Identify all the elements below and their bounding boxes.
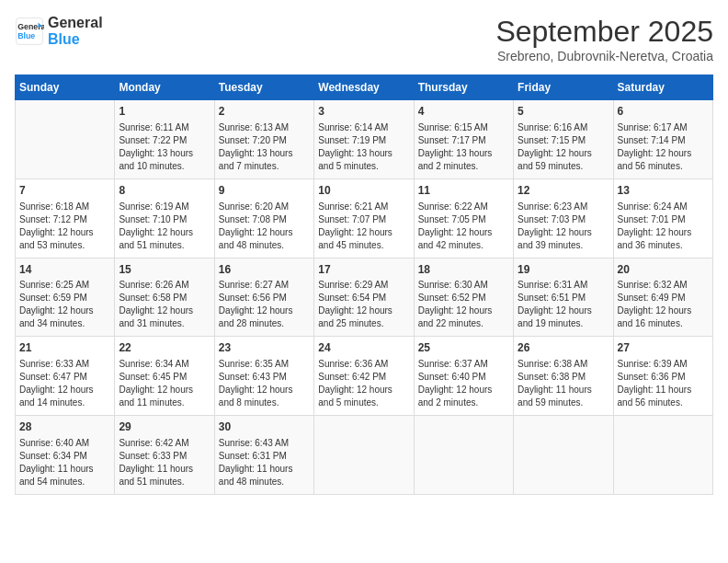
month-title: September 2025	[495, 15, 713, 49]
day-info: Sunrise: 6:20 AM Sunset: 7:08 PM Dayligh…	[219, 201, 310, 252]
day-info: Sunrise: 6:38 AM Sunset: 6:38 PM Dayligh…	[518, 358, 609, 409]
calendar-cell	[613, 416, 712, 495]
day-number: 19	[518, 262, 609, 278]
day-number: 29	[119, 419, 210, 435]
calendar-cell	[16, 100, 115, 179]
day-number: 30	[219, 419, 310, 435]
calendar-cell: 10Sunrise: 6:21 AM Sunset: 7:07 PM Dayli…	[314, 178, 414, 258]
day-number: 22	[119, 340, 210, 356]
day-number: 23	[219, 340, 310, 356]
calendar-cell	[314, 416, 414, 495]
day-number: 15	[119, 262, 210, 278]
day-number: 7	[19, 183, 110, 199]
calendar-cell: 3Sunrise: 6:14 AM Sunset: 7:19 PM Daylig…	[314, 100, 414, 179]
calendar-cell	[414, 416, 513, 495]
day-number: 21	[19, 340, 110, 356]
day-number: 9	[219, 183, 310, 199]
calendar-cell: 5Sunrise: 6:16 AM Sunset: 7:15 PM Daylig…	[514, 100, 613, 179]
day-number: 8	[119, 183, 210, 199]
day-number: 28	[19, 419, 110, 435]
week-row-3: 21Sunrise: 6:33 AM Sunset: 6:47 PM Dayli…	[16, 337, 713, 416]
calendar-cell: 18Sunrise: 6:30 AM Sunset: 6:52 PM Dayli…	[414, 258, 513, 337]
week-row-1: 7Sunrise: 6:18 AM Sunset: 7:12 PM Daylig…	[16, 178, 713, 258]
day-number: 24	[318, 340, 409, 356]
day-number: 12	[518, 183, 609, 199]
day-info: Sunrise: 6:11 AM Sunset: 7:22 PM Dayligh…	[119, 121, 210, 173]
day-info: Sunrise: 6:15 AM Sunset: 7:17 PM Dayligh…	[418, 121, 509, 173]
week-row-4: 28Sunrise: 6:40 AM Sunset: 6:34 PM Dayli…	[16, 416, 713, 495]
calendar-cell: 24Sunrise: 6:36 AM Sunset: 6:42 PM Dayli…	[314, 337, 414, 416]
calendar-cell: 30Sunrise: 6:43 AM Sunset: 6:31 PM Dayli…	[214, 416, 313, 495]
day-info: Sunrise: 6:22 AM Sunset: 7:05 PM Dayligh…	[418, 201, 509, 252]
calendar-cell: 17Sunrise: 6:29 AM Sunset: 6:54 PM Dayli…	[314, 258, 414, 337]
logo: General Blue General Blue	[15, 15, 103, 47]
day-number: 20	[618, 262, 709, 278]
calendar-cell: 26Sunrise: 6:38 AM Sunset: 6:38 PM Dayli…	[514, 337, 613, 416]
day-info: Sunrise: 6:30 AM Sunset: 6:52 PM Dayligh…	[418, 279, 509, 330]
day-number: 25	[418, 340, 509, 356]
calendar-cell: 1Sunrise: 6:11 AM Sunset: 7:22 PM Daylig…	[115, 100, 214, 179]
day-info: Sunrise: 6:24 AM Sunset: 7:01 PM Dayligh…	[618, 201, 709, 252]
day-number: 26	[518, 340, 609, 356]
day-info: Sunrise: 6:36 AM Sunset: 6:42 PM Dayligh…	[318, 358, 409, 409]
calendar-cell: 25Sunrise: 6:37 AM Sunset: 6:40 PM Dayli…	[414, 337, 513, 416]
day-number: 4	[418, 104, 509, 120]
day-number: 1	[119, 104, 210, 120]
week-row-0: 1Sunrise: 6:11 AM Sunset: 7:22 PM Daylig…	[16, 100, 713, 179]
day-info: Sunrise: 6:19 AM Sunset: 7:10 PM Dayligh…	[119, 201, 210, 252]
day-number: 2	[219, 104, 310, 120]
calendar-cell: 7Sunrise: 6:18 AM Sunset: 7:12 PM Daylig…	[16, 178, 115, 258]
location: Srebreno, Dubrovnik-Neretva, Croatia	[495, 49, 713, 63]
day-info: Sunrise: 6:39 AM Sunset: 6:36 PM Dayligh…	[618, 358, 709, 409]
calendar-table: SundayMondayTuesdayWednesdayThursdayFrid…	[15, 75, 713, 495]
day-info: Sunrise: 6:33 AM Sunset: 6:47 PM Dayligh…	[19, 358, 110, 409]
calendar-cell: 22Sunrise: 6:34 AM Sunset: 6:45 PM Dayli…	[115, 337, 214, 416]
day-info: Sunrise: 6:32 AM Sunset: 6:49 PM Dayligh…	[618, 279, 709, 330]
calendar-cell: 12Sunrise: 6:23 AM Sunset: 7:03 PM Dayli…	[514, 178, 613, 258]
svg-text:General: General	[17, 22, 44, 31]
day-info: Sunrise: 6:42 AM Sunset: 6:33 PM Dayligh…	[119, 437, 210, 488]
header-wednesday: Wednesday	[314, 75, 414, 100]
day-number: 27	[618, 340, 709, 356]
calendar-cell: 4Sunrise: 6:15 AM Sunset: 7:17 PM Daylig…	[414, 100, 513, 179]
day-info: Sunrise: 6:21 AM Sunset: 7:07 PM Dayligh…	[318, 201, 409, 252]
day-info: Sunrise: 6:29 AM Sunset: 6:54 PM Dayligh…	[318, 279, 409, 330]
calendar-cell: 27Sunrise: 6:39 AM Sunset: 6:36 PM Dayli…	[613, 337, 712, 416]
day-info: Sunrise: 6:34 AM Sunset: 6:45 PM Dayligh…	[119, 358, 210, 409]
day-number: 13	[618, 183, 709, 199]
logo-line1: General	[48, 15, 103, 31]
day-info: Sunrise: 6:35 AM Sunset: 6:43 PM Dayligh…	[219, 358, 310, 409]
day-number: 6	[618, 104, 709, 120]
calendar-cell: 23Sunrise: 6:35 AM Sunset: 6:43 PM Dayli…	[214, 337, 313, 416]
calendar-cell: 21Sunrise: 6:33 AM Sunset: 6:47 PM Dayli…	[16, 337, 115, 416]
calendar-cell: 29Sunrise: 6:42 AM Sunset: 6:33 PM Dayli…	[115, 416, 214, 495]
day-number: 14	[19, 262, 110, 278]
week-row-2: 14Sunrise: 6:25 AM Sunset: 6:59 PM Dayli…	[16, 258, 713, 337]
calendar-cell: 8Sunrise: 6:19 AM Sunset: 7:10 PM Daylig…	[115, 178, 214, 258]
header-thursday: Thursday	[414, 75, 513, 100]
calendar-cell: 2Sunrise: 6:13 AM Sunset: 7:20 PM Daylig…	[214, 100, 313, 179]
day-number: 10	[318, 183, 409, 199]
day-number: 5	[518, 104, 609, 120]
calendar-cell: 11Sunrise: 6:22 AM Sunset: 7:05 PM Dayli…	[414, 178, 513, 258]
header-saturday: Saturday	[613, 75, 712, 100]
day-info: Sunrise: 6:37 AM Sunset: 6:40 PM Dayligh…	[418, 358, 509, 409]
calendar-header-row: SundayMondayTuesdayWednesdayThursdayFrid…	[16, 75, 713, 100]
calendar-body: 1Sunrise: 6:11 AM Sunset: 7:22 PM Daylig…	[16, 100, 713, 495]
header-tuesday: Tuesday	[214, 75, 313, 100]
day-number: 18	[418, 262, 509, 278]
calendar-cell: 13Sunrise: 6:24 AM Sunset: 7:01 PM Dayli…	[613, 178, 712, 258]
svg-text:Blue: Blue	[17, 31, 35, 40]
day-number: 3	[318, 104, 409, 120]
logo-line2: Blue	[48, 31, 103, 48]
calendar-cell: 15Sunrise: 6:26 AM Sunset: 6:58 PM Dayli…	[115, 258, 214, 337]
calendar-cell: 20Sunrise: 6:32 AM Sunset: 6:49 PM Dayli…	[613, 258, 712, 337]
day-info: Sunrise: 6:25 AM Sunset: 6:59 PM Dayligh…	[19, 279, 110, 330]
day-info: Sunrise: 6:16 AM Sunset: 7:15 PM Dayligh…	[518, 121, 609, 173]
header-friday: Friday	[514, 75, 613, 100]
day-info: Sunrise: 6:26 AM Sunset: 6:58 PM Dayligh…	[119, 279, 210, 330]
day-number: 11	[418, 183, 509, 199]
calendar-cell: 16Sunrise: 6:27 AM Sunset: 6:56 PM Dayli…	[214, 258, 313, 337]
calendar-cell	[514, 416, 613, 495]
calendar-cell: 19Sunrise: 6:31 AM Sunset: 6:51 PM Dayli…	[514, 258, 613, 337]
